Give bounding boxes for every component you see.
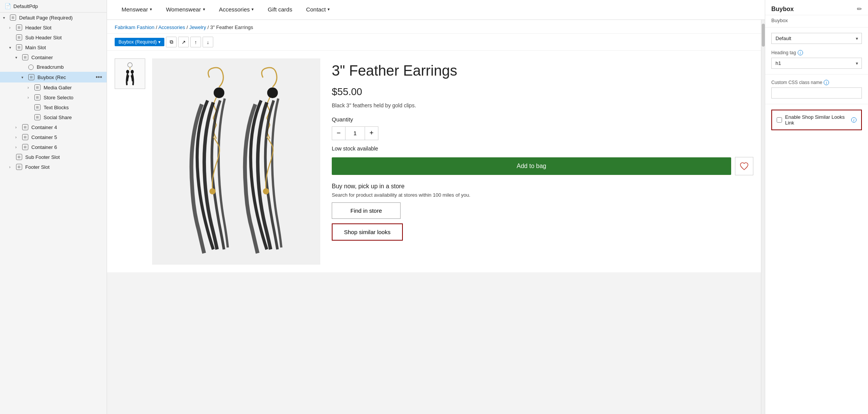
sidebar: 📄 DefaultPdp ▾ ⊞ Default Page (Required)… [0,0,107,414]
quantity-increase-button[interactable]: + [365,126,378,140]
tree-item[interactable]: › ⊞ Sub Footer Slot [0,152,107,162]
tree-item-label: Footer Slot [25,164,50,170]
chevron-down-icon: ▾ [15,55,20,60]
nav-label: Womenswear [166,6,201,13]
node-icon: ⊞ [34,114,41,120]
svg-point-7 [263,188,269,194]
nav-item-accessories[interactable]: Accessories ▾ [212,0,261,19]
copy-button[interactable]: ⧉ [166,37,177,47]
custom-css-info-icon[interactable]: i [824,80,829,85]
enable-shop-similar-checkbox[interactable] [777,117,782,123]
node-icon: ⊞ [22,144,28,150]
custom-css-input[interactable] [771,87,862,99]
stock-notice: Low stock available [332,146,753,152]
svg-point-3 [131,70,134,74]
product-info: 3" Feather Earrings $55.00 Black 3" feat… [332,58,753,265]
enable-shop-similar-label: Enable Shop Similar Looks Link [785,114,847,126]
nav-label: Contact [306,6,326,13]
scrollbar-thumb[interactable] [762,24,765,47]
nav-item-gift-cards[interactable]: Gift cards [261,0,299,19]
move-down-button[interactable]: ↓ [203,37,213,47]
sidebar-header: 📄 DefaultPdp [0,0,107,13]
right-panel: Buybox ✏ Buybox Default Heading tag i h1… [765,0,868,414]
node-icon: ⊞ [16,164,22,170]
tree-item[interactable]: › ⊞ Footer Slot [0,162,107,172]
tree-item[interactable]: › Breadcrumb [0,62,107,72]
tree-item[interactable]: ▾ ⊞ Buybox (Rec ••• [0,72,107,82]
tree-item[interactable]: › ⊞ Container 4 [0,122,107,132]
top-navigation: Menswear ▾ Womenswear ▾ Accessories ▾ Gi… [107,0,765,20]
tree-item[interactable]: ▾ ⊞ Container [0,52,107,62]
buybox-toolbar: Buybox (Required) ▾ ⧉ ↗ ↑ ↓ [107,34,761,51]
breadcrumb-link-jewelry[interactable]: Jewelry [189,24,206,30]
pickup-description: Search for product availability at store… [332,192,753,198]
chevron-right-icon: › [28,86,32,90]
svg-point-0 [128,63,132,67]
tree-item[interactable]: › ⊞ Sub Header Slot [0,32,107,42]
default-select-wrapper: Default [771,33,862,44]
svg-point-4 [214,87,224,98]
add-to-bag-button[interactable]: Add to bag [332,157,731,175]
node-icon: ⊞ [34,104,41,110]
chevron-right-icon: › [28,95,32,100]
tree-item[interactable]: › ⊞ Text Blocks [0,102,107,112]
tree-item[interactable]: › ⊞ Social Share [0,112,107,122]
tree-item[interactable]: › ⊞ Header Slot [0,23,107,32]
shop-similar-looks-button[interactable]: Shop similar looks [332,223,403,241]
node-icon: ⊞ [16,154,22,160]
buybox-badge-label: Buybox (Required) [118,39,157,45]
custom-css-section: Custom CSS class name i [765,74,868,104]
nav-item-menswear[interactable]: Menswear ▾ [115,0,159,19]
tree-item[interactable]: › ⊞ Media Galler [0,82,107,92]
chevron-right-icon: › [9,165,14,169]
chevron-down-icon: ▾ [158,39,161,45]
node-icon: ⊞ [16,34,22,40]
tree-item-label: Sub Footer Slot [25,154,60,160]
heart-icon [740,162,749,171]
nav-item-womenswear[interactable]: Womenswear ▾ [159,0,212,19]
chevron-down-icon: ▾ [3,16,8,20]
right-panel-subtitle: Buybox [765,15,868,27]
product-image-svg [164,62,309,261]
quantity-decrease-button[interactable]: − [332,126,346,140]
circle-icon [28,65,34,70]
find-in-store-button[interactable]: Find in store [332,202,401,219]
tree-item-label: Store Selecto [44,95,73,100]
heading-tag-label: Heading tag i [771,50,862,55]
node-icon: ⊞ [28,74,34,80]
breadcrumb-link-fabrikam[interactable]: Fabrikam Fashion [115,24,154,30]
tree-item-label: Default Page (Required) [19,15,73,21]
module-select[interactable]: Default [771,33,862,44]
heading-tag-section: Default Heading tag i h1 h2 h3 h4 h5 h6 [765,27,868,74]
nav-label: Accessories [219,6,250,13]
quantity-value: 1 [346,126,365,140]
chevron-right-icon: › [15,135,20,139]
product-title: 3" Feather Earrings [332,62,753,80]
wishlist-button[interactable] [735,157,753,175]
heading-tag-select[interactable]: h1 h2 h3 h4 h5 h6 [771,58,862,69]
enable-shop-similar-info-icon[interactable]: i [851,117,857,123]
tree-item[interactable]: ▾ ⊞ Default Page (Required) [0,13,107,23]
move-up-button[interactable]: ↑ [190,37,201,47]
product-thumbnail[interactable] [115,58,145,89]
nav-label: Gift cards [268,6,292,13]
tree-item[interactable]: › ⊞ Container 6 [0,142,107,152]
more-options-button[interactable]: ••• [94,74,104,81]
enable-shop-similar-section: Enable Shop Similar Looks Link i [771,110,862,130]
tree-item[interactable]: › ⊞ Container 5 [0,132,107,142]
tree-item[interactable]: ▾ ⊞ Main Slot [0,42,107,52]
heading-tag-select-wrapper: h1 h2 h3 h4 h5 h6 [771,58,862,69]
edit-icon[interactable]: ✏ [857,5,862,13]
breadcrumb-link-accessories[interactable]: Accessories [158,24,185,30]
tree-item-label: Container 4 [31,125,57,130]
tree-item[interactable]: › ⊞ Store Selecto [0,92,107,102]
tree-item-label: Sub Header Slot [25,35,62,40]
page-scrollbar[interactable] [761,20,765,414]
breadcrumb-current: 3" Feather Earrings [210,24,253,30]
heading-tag-info-icon[interactable]: i [798,50,803,55]
nav-item-contact[interactable]: Contact ▾ [299,0,337,19]
node-icon: ⊞ [22,134,28,140]
export-button[interactable]: ↗ [178,37,189,47]
buybox-badge[interactable]: Buybox (Required) ▾ [115,38,164,46]
main-content: Menswear ▾ Womenswear ▾ Accessories ▾ Gi… [107,0,765,414]
